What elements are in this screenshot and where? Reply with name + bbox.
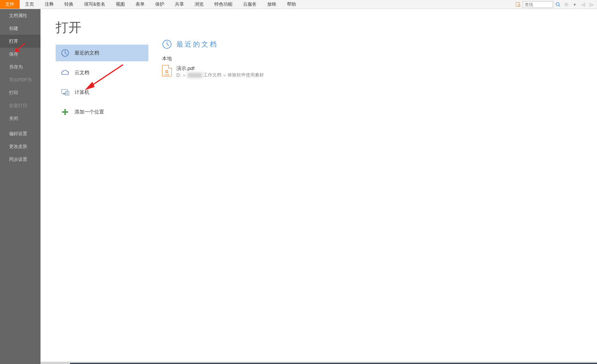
sidebar-item-save[interactable]: 保存 [0, 48, 41, 61]
computer-icon [61, 88, 69, 96]
search-button[interactable] [555, 1, 561, 8]
menu-tab-share[interactable]: 共享 [170, 0, 189, 9]
menu-tab-file[interactable]: 文件 [0, 0, 20, 9]
menu-tab-comment[interactable]: 注释 [39, 0, 59, 9]
menu-tab-protect[interactable]: 保护 [150, 0, 170, 9]
file-name: 演示.pdf [176, 65, 264, 72]
page-title: 打开 [56, 19, 148, 36]
menu-tab-slideshow[interactable]: 放映 [262, 0, 282, 9]
file-info: 演示.pdf D:» xxxx 工作文档» 体验软件使用素材 [176, 65, 264, 78]
source-computer[interactable]: 计算机 [56, 84, 148, 101]
bottom-border [41, 362, 597, 364]
menu-tab-view[interactable]: 视图 [111, 0, 130, 9]
open-sources-panel: 打开 最近的文档 云文档 计算机 添加一个位置 [41, 9, 148, 364]
content-panel: 最近的文档 本地 G PDF 演示.pdf D:» xxxx 工作文档» 体验软… [148, 9, 597, 364]
cloud-icon [61, 68, 69, 77]
dropdown-icon[interactable]: ▾ [571, 1, 578, 8]
sidebar-item-preferences[interactable]: 偏好设置 [0, 127, 41, 140]
plus-icon [61, 108, 69, 116]
clock-icon [162, 39, 172, 49]
source-label: 添加一个位置 [75, 109, 104, 115]
search-input[interactable] [523, 1, 553, 8]
menubar: 文件 主页 注释 转换 填写&签名 视图 表单 保护 共享 浏览 特色功能 云服… [0, 0, 597, 9]
svg-rect-8 [64, 93, 65, 94]
svg-point-5 [566, 4, 567, 5]
sidebar-item-print[interactable]: 打印 [0, 86, 41, 99]
source-label: 最近的文档 [75, 50, 99, 56]
content-header-title: 最近的文档 [176, 40, 218, 49]
menu-tab-features[interactable]: 特色功能 [209, 0, 238, 9]
nav-next-icon[interactable]: ▷ [588, 1, 595, 8]
menu-tab-home[interactable]: 主页 [20, 0, 39, 9]
svg-line-2 [520, 6, 521, 7]
menu-tab-help[interactable]: 帮助 [282, 0, 301, 9]
search-page-icon[interactable] [515, 2, 521, 8]
file-path: D:» xxxx 工作文档» 体验软件使用素材 [176, 72, 264, 78]
nav-prev-icon[interactable]: ◁ [580, 1, 586, 8]
pdf-file-icon: G PDF [162, 65, 172, 76]
content-header: 最近的文档 [162, 39, 597, 49]
sidebar-item-open[interactable]: 打开 [0, 35, 41, 48]
sidebar: 文档属性 创建 打开 保存 另存为 导出PDF为 打印 批量打印 关闭 偏好设置… [0, 9, 41, 364]
sidebar-item-docprops[interactable]: 文档属性 [0, 9, 41, 22]
svg-line-4 [559, 5, 560, 6]
sidebar-item-batchprint[interactable]: 批量打印 [0, 99, 41, 112]
menu-tab-form[interactable]: 表单 [130, 0, 150, 9]
source-addlocation[interactable]: 添加一个位置 [56, 104, 148, 120]
source-label: 云文档 [75, 69, 89, 76]
sidebar-item-saveas[interactable]: 另存为 [0, 61, 41, 73]
menu-tab-cloud[interactable]: 云服务 [238, 0, 262, 9]
source-cloud[interactable]: 云文档 [56, 64, 148, 81]
menu-tab-fillsign[interactable]: 填写&签名 [79, 0, 111, 9]
svg-rect-15 [62, 111, 68, 113]
menu-tab-browse[interactable]: 浏览 [189, 0, 209, 9]
sidebar-item-syncsettings[interactable]: 同步设置 [0, 153, 41, 166]
settings-icon[interactable] [563, 1, 570, 8]
menu-tab-convert[interactable]: 转换 [59, 0, 79, 9]
sidebar-item-exportpdf[interactable]: 导出PDF为 [0, 73, 41, 86]
menubar-right: ▾ ◁ ▷ [515, 0, 597, 9]
sidebar-item-create[interactable]: 创建 [0, 22, 41, 35]
source-recent[interactable]: 最近的文档 [56, 45, 148, 61]
section-label-local: 本地 [162, 55, 597, 62]
sidebar-item-close[interactable]: 关闭 [0, 112, 41, 125]
recent-file-row[interactable]: G PDF 演示.pdf D:» xxxx 工作文档» 体验软件使用素材 [162, 64, 597, 79]
clock-icon [61, 49, 69, 57]
svg-point-3 [556, 3, 559, 6]
sidebar-item-changeskin[interactable]: 更改皮肤 [0, 140, 41, 153]
source-label: 计算机 [75, 89, 89, 96]
